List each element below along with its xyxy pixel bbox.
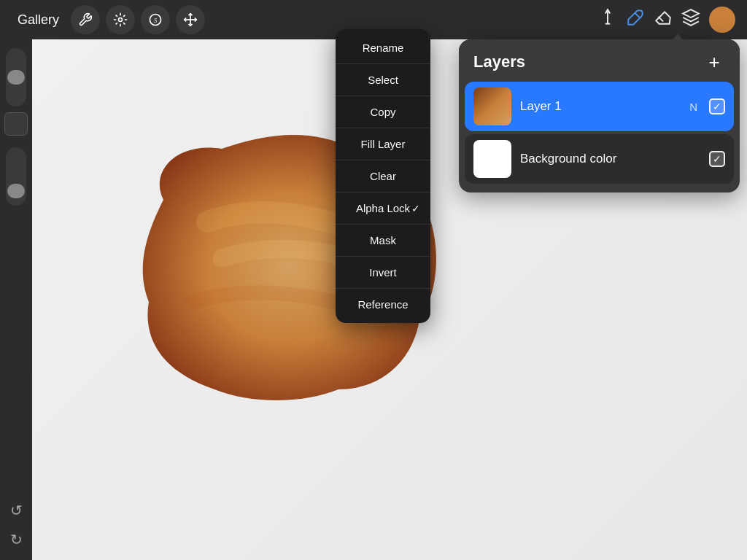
layers-title: Layers: [473, 52, 525, 71]
layers-tool[interactable]: [681, 8, 700, 31]
context-menu-item-select[interactable]: Select: [336, 66, 430, 94]
opacity-handle: [7, 70, 25, 85]
layer-item-0[interactable]: Layer 1N✓: [465, 82, 734, 131]
context-menu-item-copy[interactable]: Copy: [336, 98, 430, 126]
left-sidebar: ↺ ↻: [0, 39, 32, 560]
layer-thumbnail-0: [473, 88, 511, 125]
layers-list: Layer 1N✓Background color✓: [459, 82, 740, 184]
menu-divider: [336, 288, 430, 289]
context-menu-item-reference[interactable]: Reference: [336, 290, 430, 319]
checkmark-icon: ✓: [713, 153, 721, 165]
opacity-slider[interactable]: [6, 48, 26, 106]
menu-divider: [336, 160, 430, 160]
gallery-button[interactable]: Gallery: [12, 9, 65, 31]
context-menu-item-rename[interactable]: Rename: [336, 34, 430, 62]
transform-icon: [183, 12, 198, 27]
svg-marker-7: [683, 9, 699, 18]
avatar[interactable]: [709, 7, 735, 33]
context-menu-item-mask[interactable]: Mask: [336, 226, 430, 254]
menu-divider: [336, 192, 430, 192]
context-menu: RenameSelectCopyFill LayerClearAlpha Loc…: [336, 29, 430, 323]
layer-name-0: Layer 1: [520, 99, 681, 114]
layer-checkbox-0[interactable]: ✓: [709, 98, 725, 114]
layer-badge-0: N: [689, 101, 697, 113]
layers-panel-arrow: [670, 34, 685, 42]
transform-button[interactable]: [176, 5, 205, 34]
shape-button[interactable]: [4, 112, 28, 136]
layer-item-1[interactable]: Background color✓: [465, 134, 734, 184]
brush-tool[interactable]: [626, 8, 645, 31]
svg-text:S: S: [154, 17, 158, 24]
toolbar-right: [598, 7, 735, 33]
context-menu-item-clear[interactable]: Clear: [336, 162, 430, 190]
settings-button[interactable]: [71, 5, 100, 34]
menu-divider: [336, 96, 430, 96]
checkmark-icon: ✓: [713, 101, 721, 112]
checkmark-icon: ✓: [411, 203, 420, 214]
context-menu-item-alpha-lock[interactable]: Alpha Lock✓: [336, 194, 430, 222]
wrench-icon: [78, 12, 93, 27]
redo-button[interactable]: ↻: [4, 528, 28, 551]
layer-checkbox-1[interactable]: ✓: [709, 151, 725, 167]
layers-header: Layers +: [459, 39, 740, 82]
layer-name-1: Background color: [520, 152, 700, 166]
pencil-tool[interactable]: [598, 8, 617, 31]
menu-divider: [336, 224, 430, 225]
toolbar-left: Gallery S: [12, 5, 205, 34]
menu-divider: [336, 63, 430, 64]
add-layer-button[interactable]: +: [703, 51, 725, 73]
adjustments-button[interactable]: [106, 5, 135, 34]
context-menu-item-invert[interactable]: Invert: [336, 258, 430, 287]
layer-thumbnail-1: [473, 140, 511, 178]
svg-line-6: [635, 13, 640, 18]
svg-point-0: [119, 18, 123, 22]
smudge-icon: S: [148, 12, 163, 27]
undo-button[interactable]: ↺: [4, 499, 28, 522]
adjustments-icon: [113, 12, 128, 27]
size-handle: [7, 184, 25, 198]
context-menu-item-fill-layer[interactable]: Fill Layer: [336, 130, 430, 158]
smudge-button[interactable]: S: [141, 5, 170, 34]
eraser-tool[interactable]: [654, 8, 673, 31]
menu-divider: [336, 128, 430, 128]
layers-panel: Layers + Layer 1N✓Background color✓: [459, 39, 740, 192]
menu-divider: [336, 256, 430, 257]
size-slider[interactable]: [6, 147, 26, 206]
